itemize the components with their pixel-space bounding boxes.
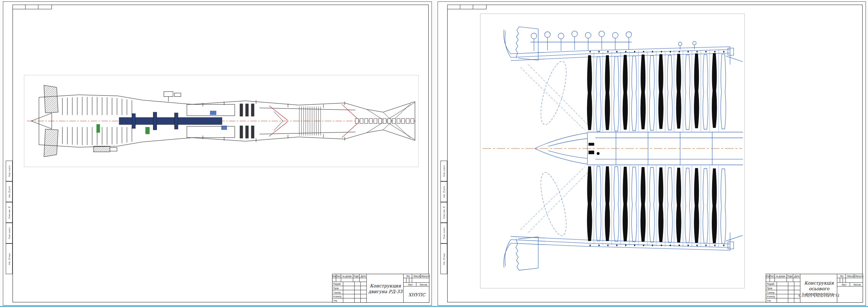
bearing-detail-2 bbox=[588, 143, 594, 146]
fan-blades-top bbox=[44, 85, 58, 113]
margin-cell-podp-data: Подп. и дата bbox=[6, 161, 13, 181]
drawing-title-line1: Конструкция bbox=[370, 283, 401, 289]
margin-cell-inv-dubl: Инв. № дубл. bbox=[440, 181, 447, 202]
tb-label-tkontr: Т.контр. bbox=[766, 291, 777, 295]
margin-cell-podp-data-2: Подп. и дата bbox=[6, 223, 13, 243]
margin-cell-label: Подп. и дата bbox=[443, 227, 445, 239]
title-block: Изм. Лист № докум. Подп. Дата Разраб. Пр… bbox=[332, 274, 429, 303]
engine-cross-section-drawing bbox=[24, 75, 418, 167]
drawing-title: Конструкция двигуна РД-33 bbox=[367, 274, 404, 303]
tb-label-masshtab: Масштаб bbox=[855, 274, 863, 278]
margin-cell-label: Инв. № подл. bbox=[8, 253, 10, 265]
revision-table-grid bbox=[447, 5, 487, 9]
tb-label-ndok: № докум. bbox=[775, 274, 787, 278]
margin-cell-podp-data-2: Подп. и дата bbox=[440, 223, 447, 243]
tb-label-list: Лист bbox=[336, 274, 341, 278]
tb-label-utv: Утв. bbox=[766, 299, 777, 303]
organization-name bbox=[838, 287, 863, 303]
margin-cell-label: Подп. и дата bbox=[443, 165, 445, 177]
watermark: chertezhi.ru bbox=[798, 292, 840, 298]
margin-cell-inv-podl: Инв. № подл. bbox=[440, 243, 447, 274]
engine-shaft bbox=[119, 112, 222, 130]
stator-rings-bottom bbox=[594, 166, 719, 247]
compressor-view-box bbox=[480, 14, 745, 288]
margin-cell-label: Подп. и дата bbox=[8, 227, 10, 239]
engine-view-box bbox=[24, 75, 419, 167]
tb-label-izm: Изм. bbox=[766, 274, 770, 278]
drawing-title: Конструкція осьового компресора bbox=[800, 274, 838, 303]
tb-label-izm: Изм. bbox=[332, 274, 336, 278]
tb-label-ndok: № докум. bbox=[341, 274, 353, 278]
tb-label-prov: Пров. bbox=[332, 286, 343, 291]
revision-table bbox=[13, 5, 52, 9]
drawing-title-line2: двигуна РД-33 bbox=[368, 289, 402, 295]
detail-green-1 bbox=[97, 124, 100, 133]
bearing-roller bbox=[597, 152, 600, 155]
margin-cell-inv-podl: Инв. № подл. bbox=[6, 243, 13, 274]
margin-cell-podp-data: Подп. и дата bbox=[440, 161, 447, 181]
revision-table-grid bbox=[13, 5, 52, 9]
tb-label-tkontr: Т.контр. bbox=[332, 291, 343, 295]
rotor-blades bbox=[587, 53, 717, 243]
tb-label-utv: Утв. bbox=[332, 299, 343, 303]
stator-rings-top bbox=[594, 50, 719, 131]
revision-table bbox=[447, 5, 487, 9]
margin-cell-label: Взам. инв. № bbox=[443, 206, 445, 218]
accessory-gearbox bbox=[94, 146, 110, 152]
tb-label-list2: Лист bbox=[404, 283, 417, 287]
detail-blue-1 bbox=[210, 111, 216, 115]
tb-label-prov: Пров. bbox=[766, 286, 777, 291]
compressor-cross-section-drawing bbox=[480, 14, 744, 288]
tb-label-lit: Лит. bbox=[838, 274, 846, 278]
bearing-detail-1 bbox=[588, 151, 594, 154]
organization-name: ХНУПС bbox=[404, 287, 430, 303]
tb-label-nkontr: Н.контр. bbox=[332, 295, 343, 299]
sheet-engine-rd33: Подп. и дата Инв. № дубл. Взам. инв. № П… bbox=[3, 1, 432, 306]
tb-label-massa: Масса bbox=[846, 274, 855, 278]
tb-label-data: Дата bbox=[793, 274, 800, 278]
tb-label-razrab: Разраб. bbox=[332, 282, 343, 286]
fan-blades-bottom bbox=[44, 129, 58, 157]
tb-label-podp: Подп. bbox=[787, 274, 793, 278]
margin-cell-vzam-inv: Взам. инв. № bbox=[440, 202, 447, 223]
detail-green-2 bbox=[146, 127, 150, 134]
tb-label-list: Лист bbox=[770, 274, 775, 278]
margin-cell-inv-dubl: Инв. № дубл. bbox=[6, 181, 13, 202]
margin-cell-label: Инв. № дубл. bbox=[443, 186, 445, 198]
detail-blue-2 bbox=[221, 126, 227, 130]
tb-label-data: Дата bbox=[360, 274, 367, 278]
tb-label-lit: Лит. bbox=[404, 274, 413, 278]
margin-cell-vzam-inv: Взам. инв. № bbox=[6, 202, 13, 223]
margin-cell-label: Инв. № дубл. bbox=[8, 186, 10, 198]
tb-label-listov: Листов bbox=[850, 283, 863, 287]
tb-label-nkontr: Н.контр. bbox=[766, 295, 777, 299]
margin-cell-label: Подп. и дата bbox=[8, 165, 10, 177]
tb-label-masshtab: Масштаб bbox=[421, 274, 430, 278]
tb-label-listov: Листов bbox=[417, 283, 430, 287]
drawing-title-line1: Конструкція осьового bbox=[800, 280, 838, 291]
tb-label-list2: Лист bbox=[838, 283, 850, 287]
tb-label-massa: Масса bbox=[413, 274, 421, 278]
margin-cell-label: Инв. № подл. bbox=[443, 253, 445, 265]
margin-cell-label: Взам. инв. № bbox=[8, 206, 10, 218]
tb-label-podp: Подп. bbox=[353, 274, 360, 278]
sheet-axial-compressor: Подп. и дата Инв. № дубл. Взам. инв. № П… bbox=[438, 1, 866, 306]
tb-label-razrab: Разраб. bbox=[766, 282, 777, 286]
